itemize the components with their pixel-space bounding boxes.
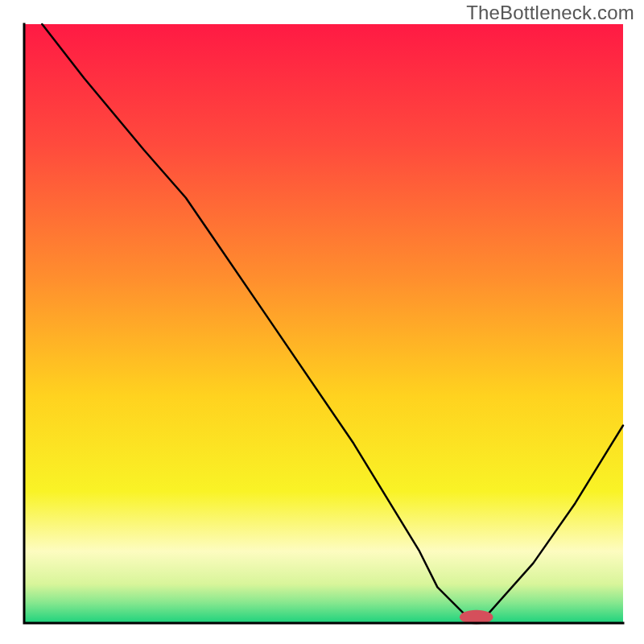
chart-container: { "watermark": "TheBottleneck.com", "cha…	[0, 0, 644, 644]
watermark-text: TheBottleneck.com	[466, 2, 634, 24]
bottleneck-chart	[0, 0, 644, 644]
